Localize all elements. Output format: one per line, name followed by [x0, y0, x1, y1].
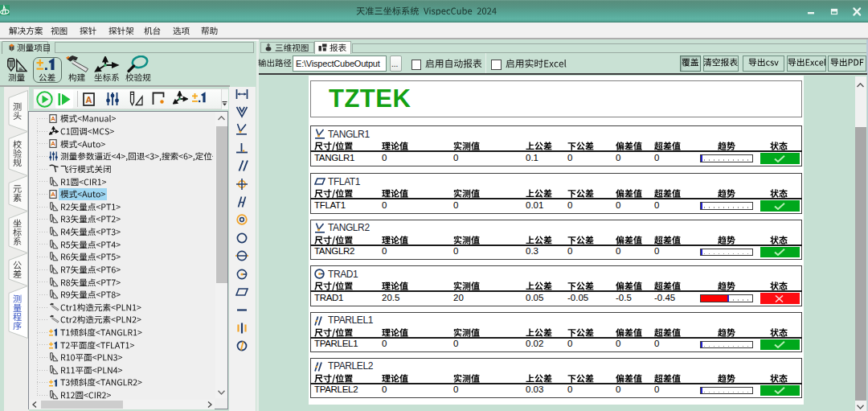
svg-text:A: A — [51, 191, 55, 198]
svg-text:A: A — [51, 140, 55, 147]
svg-text:A: A — [86, 94, 92, 104]
svg-text:A: A — [51, 115, 55, 122]
